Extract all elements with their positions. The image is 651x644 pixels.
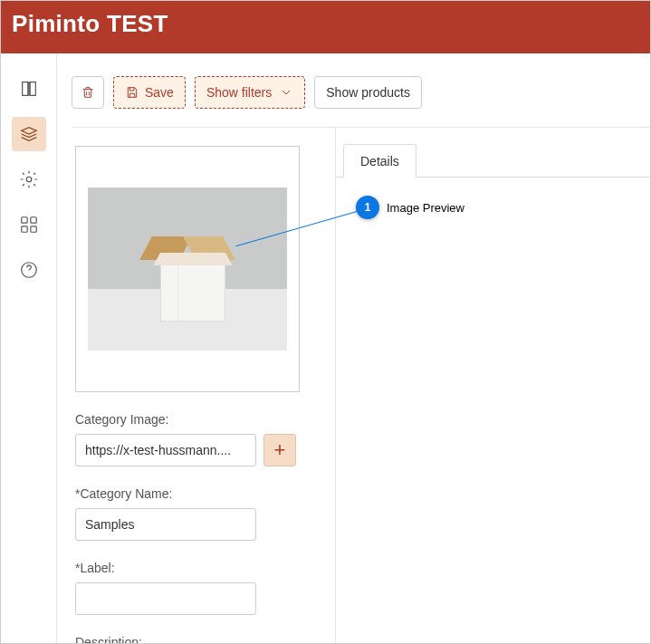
svg-rect-2 [30, 217, 35, 223]
description-label: Description: [75, 635, 319, 644]
toolbar: Save Show filters Show products [72, 76, 650, 127]
category-image-input[interactable] [75, 434, 256, 466]
sidebar-item-help[interactable] [12, 253, 46, 287]
category-name-label: *Category Name: [75, 486, 319, 501]
svg-rect-4 [30, 226, 35, 232]
main-content: Save Show filters Show products Category [57, 53, 650, 643]
label-input[interactable] [75, 582, 256, 615]
show-products-button[interactable]: Show products [314, 76, 422, 109]
svg-rect-3 [21, 226, 26, 232]
category-image-label: Category Image: [75, 412, 319, 427]
box-illustration [88, 187, 287, 351]
show-filters-button[interactable]: Show filters [195, 76, 305, 109]
sidebar-item-layers[interactable] [12, 117, 46, 151]
book-icon [19, 79, 39, 99]
layers-icon [19, 124, 39, 144]
description-group: Description: [75, 635, 319, 644]
annotation-text: Image Preview [387, 201, 464, 215]
annotation-badge: 1 [356, 196, 379, 219]
app-title: Piminto TEST [12, 10, 168, 38]
tab-details-label: Details [360, 154, 399, 168]
label-label: *Label: [75, 561, 319, 575]
svg-rect-1 [21, 217, 26, 223]
svg-point-0 [26, 177, 32, 182]
annotation: 1 Image Preview [356, 196, 464, 219]
category-image-group: Category Image: + [75, 412, 319, 466]
right-pane: Details 1 Image Preview [336, 128, 650, 644]
left-pane: Category Image: + *Category Name: *Label… [72, 128, 336, 644]
save-button-label: Save [145, 85, 174, 100]
sidebar-item-book[interactable] [12, 72, 46, 106]
plus-icon: + [274, 438, 286, 462]
category-name-input[interactable] [75, 508, 256, 541]
help-icon [19, 260, 39, 280]
annotation-number: 1 [365, 201, 371, 214]
gear-icon [19, 169, 39, 189]
show-products-label: Show products [326, 85, 410, 100]
save-button[interactable]: Save [113, 76, 186, 109]
main-split: Category Image: + *Category Name: *Label… [72, 127, 650, 644]
sidebar [1, 53, 57, 643]
sidebar-item-settings[interactable] [12, 162, 46, 197]
delete-button[interactable] [72, 76, 104, 109]
grid-icon [19, 215, 39, 235]
tabs: Details [336, 144, 650, 178]
category-name-group: *Category Name: [75, 486, 319, 541]
image-preview [75, 146, 300, 392]
sidebar-item-apps[interactable] [12, 207, 46, 242]
show-filters-label: Show filters [206, 85, 272, 100]
save-icon [125, 85, 139, 100]
trash-icon [81, 85, 95, 100]
chevron-down-icon [279, 85, 293, 100]
label-group: *Label: [75, 561, 319, 615]
add-image-button[interactable]: + [263, 434, 296, 466]
app-header: Piminto TEST [1, 1, 650, 53]
tab-details[interactable]: Details [343, 144, 416, 178]
